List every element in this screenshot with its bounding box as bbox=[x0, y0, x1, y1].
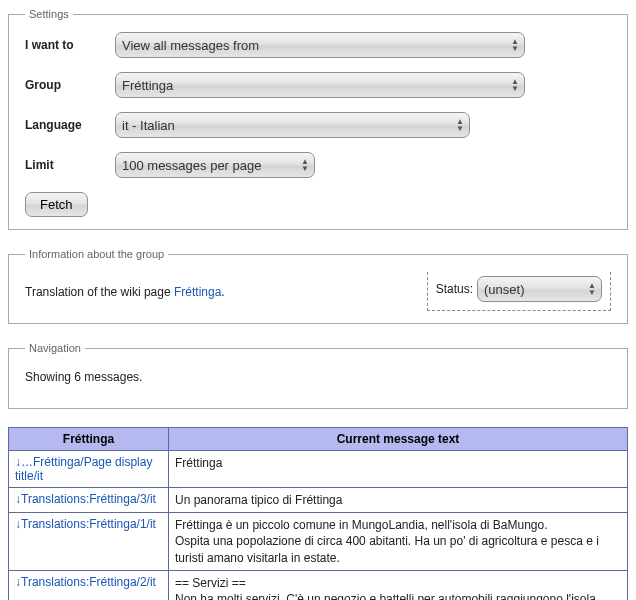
info-link[interactable]: Fréttinga bbox=[174, 285, 221, 299]
col-header-group: Fréttinga bbox=[9, 428, 169, 451]
settings-fieldset: Settings I want to View all messages fro… bbox=[8, 8, 628, 230]
messages-table: Fréttinga Current message text ↓…Fréttin… bbox=[8, 427, 628, 600]
message-text: Un panorama tipico di Fréttinga bbox=[169, 488, 628, 513]
showing-text: Showing 6 messages. bbox=[25, 370, 611, 384]
status-label: Status: bbox=[436, 282, 473, 296]
message-text: Fréttinga è un piccolo comune in MungoLa… bbox=[169, 513, 628, 571]
message-text: Fréttinga bbox=[169, 451, 628, 488]
navigation-fieldset: Navigation Showing 6 messages. bbox=[8, 342, 628, 409]
limit-label: Limit bbox=[25, 158, 115, 172]
table-row: ↓Translations:Fréttinga/2/it== Servizi =… bbox=[9, 570, 628, 600]
language-select[interactable]: it - Italian bbox=[115, 112, 470, 138]
table-row: ↓Translations:Fréttinga/1/itFréttinga è … bbox=[9, 513, 628, 571]
table-row: ↓Translations:Fréttinga/3/itUn panorama … bbox=[9, 488, 628, 513]
info-legend: Information about the group bbox=[25, 248, 168, 260]
status-select[interactable]: (unset) bbox=[477, 276, 602, 302]
group-select[interactable]: Fréttinga bbox=[115, 72, 525, 98]
language-label: Language bbox=[25, 118, 115, 132]
iwantto-select[interactable]: View all messages from bbox=[115, 32, 525, 58]
message-link[interactable]: ↓Translations:Fréttinga/3/it bbox=[15, 492, 156, 506]
fetch-button[interactable]: Fetch bbox=[25, 192, 88, 217]
iwantto-label: I want to bbox=[25, 38, 115, 52]
message-link[interactable]: ↓…Fréttinga/Page display title/it bbox=[15, 455, 152, 483]
info-fieldset: Information about the group Translation … bbox=[8, 248, 628, 324]
table-row: ↓…Fréttinga/Page display title/itFréttin… bbox=[9, 451, 628, 488]
group-label: Group bbox=[25, 78, 115, 92]
message-text: == Servizi ==Non ha molti servizi. C'è u… bbox=[169, 570, 628, 600]
message-link[interactable]: ↓Translations:Fréttinga/1/it bbox=[15, 517, 156, 531]
status-box: Status: (unset) ▲▼ bbox=[427, 272, 611, 311]
info-text: Translation of the wiki page Fréttinga. bbox=[25, 285, 225, 299]
navigation-legend: Navigation bbox=[25, 342, 85, 354]
settings-legend: Settings bbox=[25, 8, 73, 20]
limit-select[interactable]: 100 messages per page bbox=[115, 152, 315, 178]
message-link[interactable]: ↓Translations:Fréttinga/2/it bbox=[15, 575, 156, 589]
col-header-text: Current message text bbox=[169, 428, 628, 451]
